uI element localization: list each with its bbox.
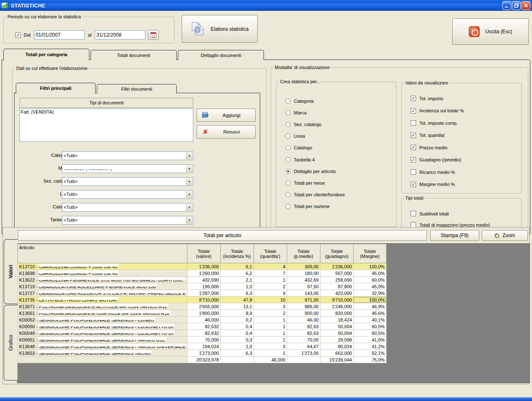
radio-marca[interactable]: Marca	[286, 109, 307, 116]
tab-filtri-documenti[interactable]: Filtri documenti	[97, 84, 177, 93]
quantita-cell: 10	[254, 297, 287, 303]
incidenza-cell: 6,1	[220, 263, 254, 270]
results-title: Totali per articolo	[18, 230, 427, 241]
checkbox-tot-imposte-comp[interactable]: Tot. imposte comp.	[411, 120, 458, 126]
article-description: SEGGIOLONE POLIFUNZIONALE SERENUS TECNO	[39, 351, 151, 356]
checkbox-guadagno-pmedio[interactable]: ✓Guadagno (/pmedio)	[411, 157, 461, 163]
checkbox-tot-importo[interactable]: ✓Tot. importo	[411, 95, 443, 101]
chevron-down-icon[interactable]: ▼	[186, 203, 193, 211]
radio-dettaglio-per-articolo[interactable]: Dettaglio per articolo	[286, 168, 336, 174]
chevron-down-icon[interactable]: ▼	[186, 152, 193, 160]
article-description: CARROZZINA COMOD + 2000 CM 43	[39, 264, 118, 269]
article-cell: K13727 - DEAMBULATORE ROLLATOR 270 CM.PR…	[18, 290, 187, 297]
valore-cell: 1'273,000	[187, 350, 220, 356]
radio-linea[interactable]: Linea	[286, 133, 305, 139]
article-code: K13661 -	[19, 311, 39, 316]
uscita-button[interactable]: Uscita (Esc)	[452, 18, 529, 45]
table-row[interactable]: K13735 - LETTO ELETTRICO LUNA 2 MOTORI9'…	[18, 297, 387, 303]
checkbox-icon	[411, 169, 416, 175]
tab-filtri-principali[interactable]: Filtri principali	[16, 83, 96, 94]
tab-dettaglio-documenti[interactable]: Dettaglio documenti	[178, 50, 264, 60]
chevron-down-icon[interactable]: ▼	[186, 216, 193, 224]
checkbox-ricarico-medio[interactable]: Ricarico medio %	[411, 169, 455, 175]
table-row[interactable]: K13719 - DEAMBULATORE ASCELLARE PIEGHEVO…	[18, 283, 387, 290]
radio-label: Totali per cliente/fornitore	[294, 192, 345, 197]
elabora-statistica-button[interactable]: Elabora statistica	[182, 15, 258, 43]
checkbox-prezzo-medio[interactable]: ✓Prezzo medio	[411, 144, 447, 151]
margine-cell: 45,6%	[353, 310, 386, 317]
tanbella-4-combobox[interactable]: <Tutti>▼	[62, 216, 193, 225]
linea-combobox[interactable]: <Tutti>▼	[62, 190, 193, 199]
results-panel: Totali per articolo Stampa (F9) + Zoom V…	[2, 227, 530, 384]
chevron-down-icon[interactable]: ▼	[186, 165, 193, 173]
checkbox-tot-quantita[interactable]: ✓Tot. quantita'	[411, 132, 445, 139]
date-from-input[interactable]: 01/01/2007	[34, 30, 85, 40]
close-icon	[524, 3, 528, 8]
stampa-label: Stampa (F9)	[441, 233, 469, 238]
table-row[interactable]: K13648 - SEGGIOLONE POLIFUNZIONALE SEREN…	[18, 343, 387, 350]
radio-totali-per-mese[interactable]: Totali per mese	[286, 180, 325, 186]
article-cell: K13648 - SEGGIOLONE POLIFUNZIONALE SEREN…	[18, 343, 187, 350]
chevron-down-icon[interactable]: ▼	[186, 178, 193, 186]
list-item[interactable]: Fatt. (VENDITA)	[21, 109, 192, 114]
minimize-button[interactable]	[502, 1, 511, 10]
chevron-down-icon[interactable]: ▼	[186, 191, 193, 198]
guadagno-cell: 1'236,000	[320, 263, 353, 270]
margine-cell: 32,9%	[353, 290, 386, 297]
table-row[interactable]: K00050 - SEGGIOLONE POLIFUNZIONALE SEREN…	[18, 323, 387, 330]
checkbox-margine-medio[interactable]: ✓Margine medio %	[411, 181, 455, 188]
aggiungi-button[interactable]: Aggiungi	[197, 109, 256, 122]
dal-checkbox[interactable]: ✓	[15, 32, 21, 38]
table-row[interactable]: K13653 - SEGGIOLONE POLIFUNZIONALE SEREN…	[18, 350, 387, 356]
tab-totali-per-categoria[interactable]: Totali per categoria	[3, 49, 89, 60]
radio-icon	[286, 157, 291, 162]
table-row[interactable]: K13622 - CARROZZINA PIEGHEVOLE STD MOD 7…	[18, 277, 387, 283]
dati-legend: Dati su cui effettuare l'elaborazione	[15, 66, 89, 71]
quantita-cell: 2	[254, 283, 287, 290]
article-description: SEGGIOLONE POLIFUNZIONALE SERENUS / TAVO…	[39, 337, 165, 342]
tab-grafico[interactable]: Grafico	[4, 305, 17, 381]
radio-catalogo[interactable]: Catalogo	[286, 145, 312, 151]
table-row[interactable]: K00052 - SEGGIOLONE POLIFUNZIONALE SEREN…	[18, 317, 387, 323]
marca-combobox[interactable]: Vermeiren ( Vermeiren )▼	[62, 164, 193, 173]
close-button[interactable]	[522, 1, 530, 10]
table-row[interactable]: K13661 - POLTRONA BASCULANTE COR.VILLE M…	[18, 310, 387, 317]
combo-value: <Tutti>	[62, 216, 186, 224]
guadagno-cell: 29,098	[320, 337, 353, 343]
catalogo-combobox[interactable]: <Tutti>▼	[62, 203, 193, 212]
calendar-button[interactable]	[148, 30, 159, 40]
radio-totali-per-nazione[interactable]: Totali per nazione	[286, 203, 330, 210]
guadagno-cell: 80,024	[320, 343, 353, 350]
radio-label: Tanbella 4	[294, 157, 315, 162]
rimuovi-button[interactable]: ✘ Rimuovi	[197, 125, 256, 139]
calendar-icon	[150, 32, 156, 38]
totals-article-cell	[18, 356, 187, 363]
pmedio-cell: 82,63	[287, 330, 320, 337]
tab-valori[interactable]: Valori	[4, 239, 17, 304]
add-archive-icon	[197, 112, 214, 119]
checkbox-suddividi-totali[interactable]: Suddividi totali	[411, 210, 449, 217]
table-row[interactable]: K13710 - CARROZZINA COMOD + 2000 CM 431'…	[18, 263, 387, 270]
radio-categoria[interactable]: Categoria	[286, 98, 314, 104]
table-row[interactable]: K13671 - POLTRONA BASCULANTE ALTITUDE M4…	[18, 303, 387, 310]
guadagno-cell: 50,004	[320, 323, 353, 330]
radio-tanbella-4[interactable]: Tanbella 4	[286, 156, 315, 163]
tab-totali-documenti[interactable]: Totali documenti	[91, 50, 177, 60]
categoria-combobox[interactable]: <Tutti>▼	[62, 151, 193, 160]
table-row[interactable]: K00049 - SEGGIOLONE POLIFUNZIONALE SEREN…	[18, 330, 387, 337]
date-to-input[interactable]: 31/12/2008	[95, 30, 145, 40]
zoom-button[interactable]: + Zoom	[482, 230, 528, 241]
restore-button[interactable]	[512, 1, 521, 10]
combo-value-text: <Tutti>	[64, 218, 78, 223]
sez-catalogo-combobox[interactable]: <Tutti>▼	[62, 177, 193, 186]
radio-totali-per-cliente-fornitore[interactable]: Totali per cliente/fornitore	[286, 192, 345, 198]
main-tabstrip: Totali per categoriaTotali documentiDett…	[3, 48, 265, 60]
radio-label: Categoria	[294, 99, 314, 104]
radio-sez-catalogo[interactable]: Sez. catalogo	[286, 121, 322, 127]
document-types-listbox[interactable]: Fatt. (VENDITA)	[20, 109, 193, 142]
stampa-button[interactable]: Stampa (F9)	[430, 230, 479, 241]
checkbox-incidenza-sul-totale[interactable]: ✓Incidenza sul totale %	[411, 108, 464, 114]
table-row[interactable]: K13698 - CARROZZINA COMOD + 2000 CM 431'…	[18, 270, 387, 277]
table-row[interactable]: K00051 - SEGGIOLONE POLIFUNZIONALE SEREN…	[18, 337, 387, 343]
table-row[interactable]: K13727 - DEAMBULATORE ROLLATOR 270 CM.PR…	[18, 290, 387, 297]
